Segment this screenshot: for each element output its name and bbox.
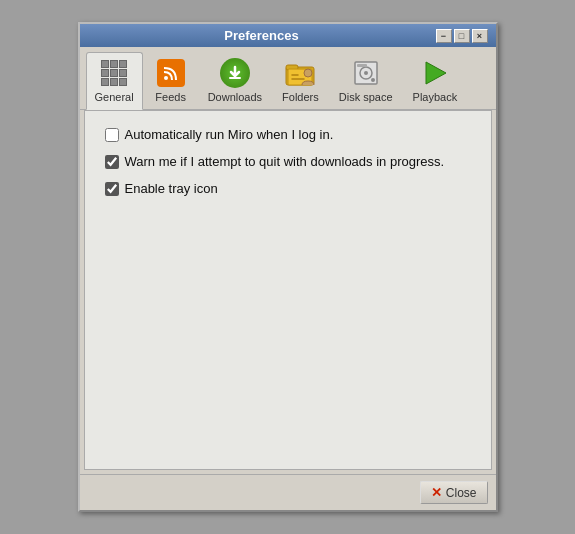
downloads-tab-icon	[219, 57, 251, 89]
tray-icon-checkbox[interactable]	[105, 182, 119, 196]
svg-point-5	[304, 69, 312, 77]
tab-downloads-label: Downloads	[208, 91, 262, 103]
warn-quit-checkbox[interactable]	[105, 155, 119, 169]
tab-playback-label: Playback	[413, 91, 458, 103]
tab-diskspace-label: Disk space	[339, 91, 393, 103]
close-button-footer[interactable]: ✕ Close	[420, 481, 488, 504]
footer: ✕ Close	[80, 474, 496, 510]
svg-marker-11	[426, 62, 446, 84]
tab-general-label: General	[95, 91, 134, 103]
checkbox-row-tray-icon: Enable tray icon	[105, 181, 471, 196]
folders-icon	[284, 57, 316, 89]
svg-point-10	[371, 78, 375, 82]
tray-icon-label[interactable]: Enable tray icon	[125, 181, 218, 196]
tab-feeds[interactable]: Feeds	[145, 52, 197, 110]
window-controls: − □ ×	[436, 29, 488, 43]
general-grid-icon	[101, 60, 127, 86]
tab-playback[interactable]: Playback	[404, 52, 467, 110]
content-area: Automatically run Miro when I log in. Wa…	[84, 110, 492, 470]
tab-folders-label: Folders	[282, 91, 319, 103]
window-title: Preferences	[88, 28, 436, 43]
svg-point-8	[364, 71, 368, 75]
tab-folders[interactable]: Folders	[273, 52, 328, 110]
feeds-icon	[155, 57, 187, 89]
tab-diskspace[interactable]: Disk space	[330, 52, 402, 110]
auto-run-checkbox[interactable]	[105, 128, 119, 142]
diskspace-icon	[350, 57, 382, 89]
checkbox-row-warn-quit: Warn me if I attempt to quit with downlo…	[105, 154, 471, 169]
download-arrow-icon	[220, 58, 250, 88]
playback-icon	[419, 57, 451, 89]
tab-downloads[interactable]: Downloads	[199, 52, 271, 110]
close-x-icon: ✕	[431, 485, 442, 500]
svg-rect-9	[357, 64, 367, 67]
close-button[interactable]: ×	[472, 29, 488, 43]
general-icon	[98, 57, 130, 89]
svg-point-0	[164, 76, 168, 80]
checkbox-row-auto-run: Automatically run Miro when I log in.	[105, 127, 471, 142]
toolbar: General Feeds	[80, 47, 496, 110]
close-label: Close	[446, 486, 477, 500]
minimize-button[interactable]: −	[436, 29, 452, 43]
warn-quit-label[interactable]: Warn me if I attempt to quit with downlo…	[125, 154, 445, 169]
rss-icon	[157, 59, 185, 87]
maximize-button[interactable]: □	[454, 29, 470, 43]
tab-general[interactable]: General	[86, 52, 143, 110]
auto-run-label[interactable]: Automatically run Miro when I log in.	[125, 127, 334, 142]
title-bar: Preferences − □ ×	[80, 24, 496, 47]
preferences-window: Preferences − □ ×	[78, 22, 498, 512]
tab-feeds-label: Feeds	[155, 91, 186, 103]
